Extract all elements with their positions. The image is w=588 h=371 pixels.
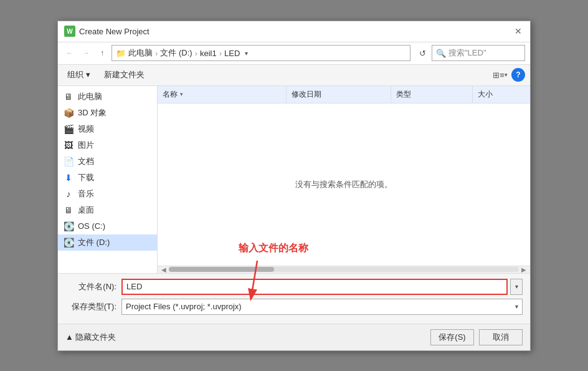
help-button[interactable]: ? <box>511 68 525 82</box>
horizontal-scrollbar[interactable]: ◀ ▶ <box>158 266 530 273</box>
sidebar-item-pictures[interactable]: 🖼 图片 <box>58 137 157 153</box>
footer-buttons: 保存(S) 取消 <box>430 329 523 345</box>
new-folder-button[interactable]: 新建文件夹 <box>100 67 149 82</box>
sidebar-item-video[interactable]: 🎬 视频 <box>58 121 157 137</box>
refresh-button[interactable]: ↺ <box>415 46 429 60</box>
crumb-keil1[interactable]: keil1 <box>200 49 217 58</box>
breadcrumb: 此电脑 › 文件 (D:) › keil1 › LED <box>128 47 240 59</box>
scroll-left-button[interactable]: ◀ <box>159 266 169 273</box>
crumb-led[interactable]: LED <box>224 49 240 58</box>
sidebar-item-c-drive[interactable]: 💽 OS (C:) <box>58 218 157 234</box>
filetype-select[interactable]: Project Files (*.uvproj; *.uvprojx) ▾ <box>121 299 523 315</box>
filename-input[interactable] <box>121 279 508 295</box>
pictures-icon: 🖼 <box>63 140 74 151</box>
column-headers: 名称 ▾ 修改日期 类型 大小 <box>158 86 530 104</box>
toolbar: 组织 ▾ 新建文件夹 ⊞≡ ▾ ? <box>58 65 530 86</box>
video-icon: 🎬 <box>63 123 74 135</box>
organize-button[interactable]: 组织 ▾ <box>63 67 95 82</box>
sidebar-label-desktop: 桌面 <box>78 205 94 216</box>
sidebar-item-downloads[interactable]: ⬇ 下载 <box>58 170 157 186</box>
search-icon: 🔍 <box>436 49 446 58</box>
nav-bar: ← → ↑ 📁 此电脑 › 文件 (D:) › keil1 › LED ▾ ↺ … <box>58 42 530 65</box>
filename-row: 文件名(N): ▾ <box>65 279 523 295</box>
sidebar-label-downloads: 下载 <box>78 172 94 183</box>
hide-folder-label: ▲ 隐藏文件夹 <box>65 332 116 343</box>
footer: ▲ 隐藏文件夹 保存(S) 取消 <box>58 324 530 350</box>
col-size-header[interactable]: 大小 <box>473 86 530 103</box>
sidebar-item-music[interactable]: ♪ 音乐 <box>58 186 157 202</box>
view-toggle-button[interactable]: ⊞≡ ▾ <box>491 67 509 82</box>
sidebar-label-music: 音乐 <box>78 188 94 200</box>
scrollbar-thumb[interactable] <box>169 267 274 272</box>
filetype-dropdown-icon: ▾ <box>515 303 518 310</box>
col-type-header[interactable]: 类型 <box>391 86 473 103</box>
empty-message: 没有与搜索条件匹配的项。 <box>295 179 392 190</box>
this-pc-icon: 🖥 <box>63 91 74 102</box>
sidebar-label-documents: 文档 <box>78 156 94 167</box>
forward-button[interactable]: → <box>79 46 93 60</box>
sidebar-label-video: 视频 <box>78 123 94 135</box>
bottom-form-area: 文件名(N): ▾ 保存类型(T): Project Files (*.uvpr… <box>58 273 530 324</box>
up-button[interactable]: ↑ <box>95 46 109 60</box>
sidebar-label-pictures: 图片 <box>78 140 94 151</box>
close-button[interactable]: ✕ <box>513 26 524 37</box>
sidebar-label-c-drive: OS (C:) <box>78 221 105 231</box>
window-title: Create New Project <box>79 27 149 36</box>
sidebar-label-3d: 3D 对象 <box>78 107 107 118</box>
scroll-right-button[interactable]: ▶ <box>519 266 529 273</box>
folder-icon: 📁 <box>116 49 126 58</box>
filetype-row: 保存类型(T): Project Files (*.uvproj; *.uvpr… <box>65 299 523 315</box>
search-bar[interactable]: 🔍 搜索"LED" <box>432 45 525 61</box>
crumb-this-pc[interactable]: 此电脑 <box>128 47 153 59</box>
filetype-input-wrap: Project Files (*.uvproj; *.uvprojx) ▾ <box>121 299 523 315</box>
app-icon: W <box>64 26 75 37</box>
back-button[interactable]: ← <box>63 46 77 60</box>
music-icon: ♪ <box>63 188 74 200</box>
content-list: 没有与搜索条件匹配的项。 <box>158 104 530 266</box>
col-date-header[interactable]: 修改日期 <box>287 86 392 103</box>
sidebar: 🖥 此电脑 📦 3D 对象 🎬 视频 🖼 图片 📄 文档 ⬇ 下载 <box>58 86 158 273</box>
documents-icon: 📄 <box>63 156 74 167</box>
c-drive-icon: 💽 <box>63 221 74 232</box>
sidebar-item-this-pc[interactable]: 🖥 此电脑 <box>58 89 157 105</box>
crumb-d-drive[interactable]: 文件 (D:) <box>160 47 192 59</box>
title-bar: W Create New Project ✕ <box>58 21 530 42</box>
scrollbar-track[interactable] <box>169 267 519 272</box>
filename-dropdown[interactable]: ▾ <box>510 279 523 295</box>
sidebar-item-documents[interactable]: 📄 文档 <box>58 153 157 170</box>
filename-input-wrap: ▾ <box>121 279 523 295</box>
save-button[interactable]: 保存(S) <box>430 329 474 345</box>
sidebar-label-d-drive: 文件 (D:) <box>78 237 110 248</box>
search-placeholder: 搜索"LED" <box>448 47 486 59</box>
3d-icon: 📦 <box>63 107 74 118</box>
filetype-value: Project Files (*.uvproj; *.uvprojx) <box>126 302 242 311</box>
sidebar-label-this-pc: 此电脑 <box>78 91 102 102</box>
d-drive-icon: 💽 <box>63 237 74 248</box>
sidebar-item-d-drive[interactable]: 💽 文件 (D:) <box>58 234 157 251</box>
desktop-icon: 🖥 <box>63 205 74 216</box>
hide-folder-button[interactable]: ▲ 隐藏文件夹 <box>65 332 116 343</box>
filetype-label: 保存类型(T): <box>65 301 121 312</box>
downloads-icon: ⬇ <box>63 172 74 183</box>
sidebar-item-desktop[interactable]: 🖥 桌面 <box>58 202 157 218</box>
col-name-header[interactable]: 名称 ▾ <box>158 86 287 103</box>
content-area: 名称 ▾ 修改日期 类型 大小 没有与搜索条件匹配的项。 ◀ <box>158 86 530 273</box>
filename-label: 文件名(N): <box>65 281 121 292</box>
main-area: 🖥 此电脑 📦 3D 对象 🎬 视频 🖼 图片 📄 文档 ⬇ 下载 <box>58 86 530 273</box>
address-bar[interactable]: 📁 此电脑 › 文件 (D:) › keil1 › LED ▾ <box>111 45 410 61</box>
sidebar-item-3d[interactable]: 📦 3D 对象 <box>58 105 157 121</box>
cancel-button[interactable]: 取消 <box>479 329 523 345</box>
address-dropdown[interactable]: ▾ <box>245 50 248 57</box>
